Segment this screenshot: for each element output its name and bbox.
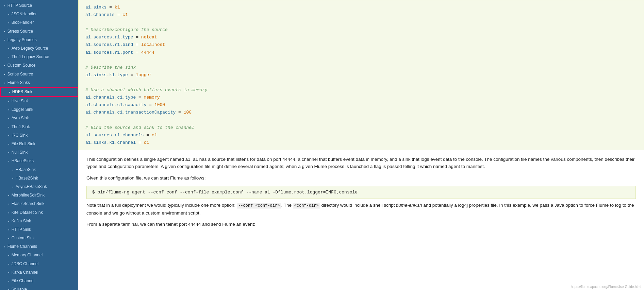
sidebar-item-28[interactable]: ▪ Flume Channels <box>0 242 78 251</box>
para3-mid: . The <box>281 203 293 208</box>
sidebar-label-24: Kite Dataset Sink <box>12 210 43 215</box>
sidebar-label-6: Thrift Legacy Source <box>12 54 49 59</box>
sidebar-bullet-6: ▪ <box>8 55 10 59</box>
sidebar-bullet-25: ▪ <box>8 220 10 223</box>
sidebar-bullet-8: ▪ <box>4 73 6 76</box>
sidebar-item-6[interactable]: ▪ Thrift Legacy Source <box>0 53 78 61</box>
code-comment-3: # Use a channel which buffers events in … <box>85 86 637 94</box>
sidebar-item-26[interactable]: ▪ HTTP Sink <box>0 225 78 234</box>
sidebar-label-33: Spillable <box>12 287 27 290</box>
code-comment-1: # Describe/configure the source <box>85 26 637 34</box>
sidebar-label-30: JDBC Channel <box>12 261 38 266</box>
code-line-8-key: a1.channels.c1.capacity <box>85 102 146 107</box>
sidebar-bullet-15: ▪ <box>8 134 10 137</box>
sidebar-bullet-9: ▪ <box>4 81 6 85</box>
sidebar-item-19[interactable]: ▪ HBaseSink <box>0 166 78 174</box>
sidebar-bullet-30: ▪ <box>8 262 10 266</box>
code-line-9-key: a1.channels.c1.transactionCapacity <box>85 110 176 115</box>
sidebar-label-8: Scribe Source <box>7 72 33 76</box>
code-line-2-key: a1.channels <box>85 12 115 17</box>
code-line-2-eq: = <box>115 12 122 17</box>
sidebar-label-9: Flume Sinks <box>7 80 30 85</box>
sidebar-item-11[interactable]: ▪ Hive Sink <box>0 97 78 105</box>
code-line-11-key: a1.sinks.k1.channel <box>85 140 136 145</box>
sidebar-item-12[interactable]: ▪ Logger Sink <box>0 105 78 114</box>
sidebar-label-10: HDFS Sink <box>12 89 32 94</box>
sidebar-bullet-23: ▪ <box>8 202 10 206</box>
sidebar-label-0: HTTP Source <box>7 3 32 8</box>
paragraph-2: Given this configuration file, we can st… <box>86 174 636 182</box>
sidebar-bullet-33: ▪ <box>8 288 10 290</box>
sidebar-bullet-19: ▪ <box>12 168 14 172</box>
sidebar-item-21[interactable]: ▪ AsyncHBaseSink <box>0 183 78 191</box>
sidebar-item-10[interactable]: ▪ HDFS Sink <box>0 87 78 97</box>
sidebar-item-17[interactable]: ▪ Null Sink <box>0 148 78 157</box>
code-line-9-eq: = <box>176 110 183 115</box>
sidebar-item-15[interactable]: ▪ IRC Sink <box>0 131 78 140</box>
code-line-10-key: a1.sources.r1.channels <box>85 133 144 138</box>
sidebar-item-3[interactable]: ▪ Stress Source <box>0 27 78 36</box>
sidebar-item-32[interactable]: ▪ File Channel <box>0 277 78 285</box>
url-watermark: https://flume.apache.org/FlumeUserGuide.… <box>571 285 641 289</box>
sidebar-bullet-3: ▪ <box>4 30 6 33</box>
sidebar-item-0[interactable]: ▪ HTTP Source <box>0 1 78 10</box>
sidebar-item-16[interactable]: ▪ File Roll Sink <box>0 140 78 148</box>
sidebar-bullet-0: ▪ <box>4 4 6 7</box>
sidebar-item-24[interactable]: ▪ Kite Dataset Sink <box>0 208 78 217</box>
sidebar-label-7: Custom Source <box>7 63 36 68</box>
code-line-4-eq: = <box>133 42 141 47</box>
sidebar-label-5: Avro Legacy Source <box>12 46 48 51</box>
sidebar-item-33[interactable]: ▪ Spillable <box>0 285 78 290</box>
sidebar-item-30[interactable]: ▪ JDBC Channel <box>0 260 78 268</box>
sidebar-label-11: Hive Sink <box>12 99 29 103</box>
sidebar-item-9[interactable]: ▪ Flume Sinks <box>0 79 78 87</box>
sidebar-item-8[interactable]: ▪ Scribe Source <box>0 70 78 79</box>
sidebar-item-18[interactable]: ▪ HBaseSinks <box>0 157 78 165</box>
sidebar-item-22[interactable]: ▪ MorphlineSolrSink <box>0 191 78 200</box>
code-line-3-key: a1.sources.r1.type <box>85 35 133 40</box>
sidebar-bullet-5: ▪ <box>8 47 10 50</box>
sidebar-label-23: ElasticSearchSink <box>12 201 45 206</box>
sidebar-item-1[interactable]: ▪ JSONHandler <box>0 10 78 18</box>
sidebar-item-4[interactable]: ▪ Legacy Sources <box>0 36 78 44</box>
sidebar-item-25[interactable]: ▪ Kafka Sink <box>0 217 78 225</box>
para3-text: directory would include a shell script <box>320 203 396 208</box>
sidebar-label-15: IRC Sink <box>12 133 28 138</box>
code-line-10-eq: = <box>144 133 152 138</box>
sidebar-item-13[interactable]: ▪ Avro Sink <box>0 114 78 122</box>
code-line-6-eq: = <box>128 72 136 78</box>
sidebar-item-5[interactable]: ▪ Avro Legacy Source <box>0 44 78 53</box>
content-area: This configuration defines a single agen… <box>78 150 644 238</box>
sidebar-item-31[interactable]: ▪ Kafka Channel <box>0 268 78 277</box>
code-line-4-val: localhost <box>141 42 165 47</box>
sidebar-item-7[interactable]: ▪ Custom Source <box>0 61 78 70</box>
sidebar-item-20[interactable]: ▪ HBase2Sink <box>0 174 78 183</box>
code-line-7-val: memory <box>144 95 160 100</box>
paragraph-1: This configuration defines a single agen… <box>86 156 636 170</box>
sidebar-item-14[interactable]: ▪ Thrift Sink <box>0 123 78 131</box>
sidebar-bullet-16: ▪ <box>8 142 10 146</box>
para3-italic: flume-env.sh <box>396 203 422 208</box>
sidebar-bullet-10: ▪ <box>9 90 11 94</box>
code-line-9-val: 100 <box>184 110 192 115</box>
shell-command: $ bin/flume-ng agent --conf conf --conf-… <box>86 186 636 199</box>
sidebar-item-23[interactable]: ▪ ElasticSearchSink <box>0 200 78 208</box>
sidebar-item-29[interactable]: ▪ Memory Channel <box>0 251 78 259</box>
sidebar-label-26: HTTP Sink <box>12 227 31 232</box>
sidebar-bullet-27: ▪ <box>8 237 10 240</box>
main-content: a1.sinks = k1 a1.channels = c1 # Describ… <box>78 0 644 290</box>
sidebar-label-3: Stress Source <box>7 29 33 34</box>
code-line-4-key: a1.sources.r1.bind <box>85 42 133 47</box>
code-line-7-eq: = <box>136 95 144 100</box>
sidebar-label-32: File Channel <box>12 278 34 283</box>
sidebar: ▪ HTTP Source▪ JSONHandler▪ BlobHandler▪… <box>0 0 78 290</box>
sidebar-item-27[interactable]: ▪ Custom Sink <box>0 234 78 242</box>
code-line-5-eq: = <box>133 50 141 55</box>
sidebar-bullet-29: ▪ <box>8 254 10 257</box>
code-line-1-val: k1 <box>115 5 120 10</box>
sidebar-bullet-22: ▪ <box>8 194 10 197</box>
sidebar-label-14: Thrift Sink <box>12 124 30 129</box>
code-line-2-val: c1 <box>122 12 128 17</box>
sidebar-item-2[interactable]: ▪ BlobHandler <box>0 18 78 27</box>
code-line-5-key: a1.sources.r1.port <box>85 50 133 55</box>
